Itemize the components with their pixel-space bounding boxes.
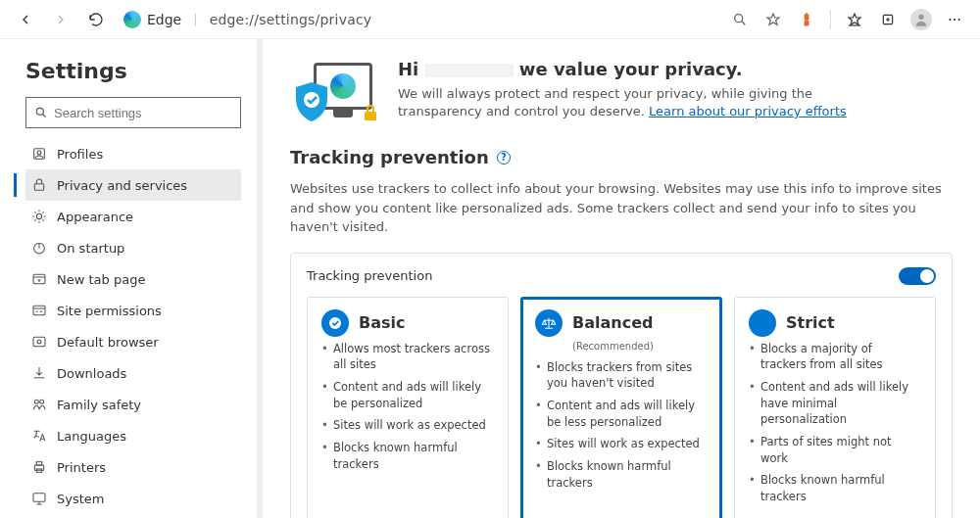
sidebar-item-label: Family safety [57, 398, 141, 412]
shield-icon [749, 309, 776, 337]
sidebar-item-on-startup[interactable]: On startup [25, 232, 241, 263]
sidebar-item-label: Profiles [57, 147, 103, 162]
svg-rect-18 [34, 465, 43, 470]
card-bullet: Blocks known harmful trackers [321, 440, 494, 472]
toolbar-separator [830, 10, 831, 29]
more-icon[interactable] [941, 6, 968, 33]
card-bullet: Blocks known harmful trackers [749, 472, 921, 504]
sidebar-item-site-permissions[interactable]: Site permissions [25, 295, 241, 326]
svg-point-8 [37, 151, 41, 155]
hero-body: We will always protect and respect your … [398, 85, 858, 120]
sidebar-item-downloads[interactable]: Downloads [25, 357, 241, 389]
hero-heading: Hi we value your privacy. [398, 59, 858, 79]
printer-icon [31, 459, 47, 475]
edge-logo-icon [123, 11, 141, 28]
tracking-card-balanced[interactable]: Balanced(Recommended)Blocks trackers fro… [520, 297, 722, 519]
privacy-hero: Hi we value your privacy. We will always… [290, 59, 953, 127]
card-bullet: Content and ads will likely have minimal… [749, 379, 921, 428]
hero-illustration [290, 59, 378, 127]
search-input[interactable] [54, 106, 232, 120]
svg-point-15 [37, 340, 41, 344]
svg-point-10 [36, 213, 41, 218]
sidebar-item-label: Default browser [57, 335, 159, 350]
sidebar-item-label: New tab page [57, 272, 145, 287]
appearance-icon [31, 209, 47, 224]
download-icon [31, 365, 47, 381]
svg-rect-25 [365, 112, 376, 120]
settings-sidebar: Settings ProfilesPrivacy and servicesApp… [0, 39, 263, 518]
lock-icon [31, 177, 47, 193]
card-bullet: Allows most trackers across all sites [321, 341, 494, 373]
profile-icon [31, 146, 47, 162]
sidebar-item-label: Downloads [57, 366, 126, 381]
favorites-bar-icon[interactable] [841, 6, 868, 33]
favorite-icon[interactable] [760, 6, 787, 33]
svg-rect-14 [33, 337, 45, 346]
search-icon[interactable] [726, 6, 754, 33]
svg-point-2 [918, 14, 923, 19]
svg-point-0 [735, 14, 743, 22]
siteperm-icon [31, 303, 47, 318]
sidebar-item-reset-settings[interactable]: Reset settings [25, 514, 241, 518]
privacy-efforts-link[interactable]: Learn about our privacy efforts [649, 104, 847, 118]
newtab-icon [31, 271, 47, 287]
sidebar-item-privacy-and-services[interactable]: Privacy and services [25, 169, 241, 201]
card-bullet: Blocks trackers from sites you haven't v… [535, 359, 708, 392]
card-bullet: Sites will work as expected [321, 417, 494, 434]
svg-point-26 [329, 317, 341, 329]
svg-rect-9 [34, 184, 43, 191]
check-icon [321, 309, 349, 337]
sidebar-item-label: Languages [57, 429, 126, 444]
sidebar-title: Settings [25, 59, 241, 83]
back-button[interactable] [12, 6, 39, 33]
sidebar-item-printers[interactable]: Printers [25, 451, 241, 483]
sidebar-item-family-safety[interactable]: Family safety [25, 389, 241, 420]
sidebar-search[interactable] [25, 97, 241, 128]
svg-point-3 [949, 18, 951, 20]
card-bullet: Blocks known harmful trackers [535, 458, 708, 491]
info-icon[interactable]: ? [497, 151, 511, 165]
lang-icon [31, 428, 47, 444]
tracking-panel: Tracking prevention BasicAllows most tra… [290, 253, 953, 519]
forward-button [47, 6, 74, 33]
tracking-card-strict[interactable]: StrictBlocks a majority of trackers from… [734, 297, 936, 519]
card-title: Strict [786, 313, 835, 332]
search-icon [34, 106, 48, 119]
sidebar-item-default-browser[interactable]: Default browser [25, 326, 241, 357]
sidebar-item-appearance[interactable]: Appearance [25, 201, 241, 232]
card-subtitle: (Recommended) [572, 341, 708, 352]
brand-label: Edge [123, 11, 181, 28]
default-icon [31, 334, 47, 350]
sidebar-item-label: Printers [57, 460, 106, 475]
svg-point-4 [954, 18, 956, 20]
sidebar-item-label: On startup [57, 241, 124, 256]
tracking-desc: Websites use trackers to collect info ab… [290, 179, 953, 237]
tracking-section-title: Tracking prevention ? [290, 147, 953, 167]
sidebar-item-profiles[interactable]: Profiles [25, 138, 241, 169]
svg-rect-21 [33, 494, 45, 502]
card-title: Basic [359, 313, 405, 332]
svg-point-24 [304, 92, 319, 108]
tracking-toggle[interactable] [899, 267, 936, 285]
tracking-indicator-icon[interactable] [793, 6, 820, 33]
sidebar-item-system[interactable]: System [25, 483, 241, 514]
collections-icon[interactable] [874, 6, 902, 33]
svg-point-6 [36, 108, 43, 115]
tracking-card-basic[interactable]: BasicAllows most trackers across all sit… [307, 297, 509, 519]
svg-rect-13 [33, 306, 45, 314]
sidebar-item-languages[interactable]: Languages [25, 420, 241, 451]
system-icon [31, 491, 47, 506]
card-title: Balanced [572, 313, 653, 332]
profile-avatar[interactable] [907, 6, 935, 33]
main-content: Hi we value your privacy. We will always… [263, 39, 980, 518]
card-bullet: Parts of sites might not work [749, 434, 921, 466]
sidebar-item-label: System [57, 492, 104, 506]
sidebar-item-new-tab-page[interactable]: New tab page [25, 263, 241, 295]
scales-icon [535, 309, 563, 337]
refresh-button[interactable] [82, 6, 110, 33]
svg-rect-19 [36, 462, 41, 465]
address-bar[interactable]: edge://settings/privacy [210, 12, 718, 27]
svg-point-5 [958, 18, 960, 20]
family-icon [31, 397, 47, 412]
sidebar-item-label: Appearance [57, 210, 133, 224]
